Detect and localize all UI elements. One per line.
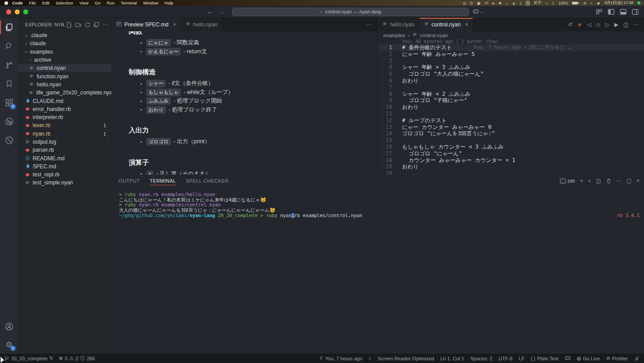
code-line-7[interactable]: 7 (378, 84, 644, 91)
code-line-20[interactable]: 20 (378, 170, 644, 175)
tree-item-archive[interactable]: ›archive (18, 56, 111, 64)
breadcrumb[interactable]: examples › control.nyan (378, 31, 644, 39)
spotlight-icon[interactable]: ⌕ (590, 0, 593, 5)
menu-help[interactable]: Help (165, 0, 174, 5)
timeline-history-icon[interactable]: ↺ (568, 21, 572, 28)
new-terminal-icon[interactable]: + (580, 178, 583, 184)
customize-layout-icon[interactable] (596, 9, 602, 15)
copilot-status-item[interactable] (565, 356, 571, 361)
split-terminal-icon[interactable]: ◫ (596, 178, 601, 184)
code-line-14[interactable]: 14ゴロゴロ "にゃーんを3回言うにゃ:" (378, 130, 644, 137)
dot-icon[interactable]: ● (492, 1, 494, 5)
code-line-1[interactable]: 1# 条件分岐のテストYou, 7 hours ago • 試しに作らせた … (378, 44, 644, 51)
tab-control-nyan[interactable]: control.nyan× (419, 18, 473, 31)
breadcrumb-folder[interactable]: examples (383, 33, 405, 38)
user-switch-icon[interactable]: ☻ (597, 1, 601, 5)
claude-icon[interactable]: ✳ (577, 21, 582, 28)
menu-run[interactable]: Run (107, 0, 114, 5)
previous-change-icon[interactable]: ◁ (587, 21, 591, 28)
language-mode-item[interactable]: { } Plain Text (531, 356, 559, 361)
input-source-label[interactable]: 英字 (534, 0, 541, 6)
tree-item-claude-md[interactable]: CLAUDE.md (18, 97, 111, 105)
panel-tab-terminal[interactable]: TERMINAL (150, 175, 176, 187)
code-line-3[interactable]: 3 (378, 58, 644, 64)
tree-item-hello-nyan[interactable]: hello.nyan (18, 81, 111, 89)
activitybar-remote-explorer[interactable] (0, 131, 18, 149)
close-window-button[interactable] (6, 9, 11, 14)
battery-icon[interactable] (572, 2, 579, 4)
menu-code[interactable]: Code (12, 0, 23, 5)
toggle-secondary-sidebar-icon[interactable] (632, 9, 639, 15)
prettier-item[interactable]: ⊘ Prettier (606, 355, 628, 361)
new-file-icon[interactable] (66, 22, 72, 28)
maximize-panel-icon[interactable]: ▢ (627, 178, 631, 184)
tree-item-output-log[interactable]: output.log (18, 138, 111, 146)
encoding-item[interactable]: UTF-8 (499, 356, 513, 361)
wifi-icon[interactable]: ≋ (583, 1, 586, 5)
gutter-diff-icon[interactable]: ◇ (596, 21, 600, 28)
code-line-8[interactable]: 8シャー 年齢 < 2 ふみふみ (378, 91, 644, 98)
code-line-13[interactable]: 13にゃー カウンター みゃーみゃー 0 (378, 124, 644, 131)
activitybar-bookmarks[interactable] (0, 74, 18, 93)
tree-item-readme-md[interactable]: README.md (18, 154, 111, 162)
tree-item-test-simple-nyan[interactable]: test_simple.nyan (18, 179, 111, 187)
git-branch-item[interactable]: 20_20_complete ↻ (4, 355, 54, 361)
terminal-dropdown-icon[interactable]: ∨ (588, 179, 591, 183)
tree-item-life-game-20x20-complete-nyan[interactable]: life_game_20x20_complete.nyan (18, 89, 111, 97)
tree-item-examples[interactable]: ›examples (18, 48, 111, 56)
code-line-18[interactable]: 18 カウンター みゃーみゃー カウンター + 1 (378, 157, 644, 164)
tab-preview-spec-md[interactable]: Preview SPEC.md× (112, 18, 181, 31)
toggle-panel-icon[interactable] (620, 9, 627, 15)
more-actions-icon[interactable]: ⋯ (633, 21, 639, 28)
history-back-icon[interactable]: ← (207, 9, 213, 15)
tree-item-lexer-rb[interactable]: lexer.rb1 (18, 121, 111, 129)
code-editor[interactable]: You, 49 minutes ago | 1 author (You)1# 条… (378, 39, 644, 175)
vpn-icon[interactable]: ▲ (512, 1, 516, 5)
record-icon[interactable]: ◎ (463, 1, 466, 5)
plus-icon[interactable]: ✚ (498, 1, 501, 5)
home-icon[interactable]: ⌂ (506, 1, 508, 5)
tree-item-spec-md[interactable]: SPEC.md (18, 162, 111, 171)
panel-tab-output[interactable]: OUTPUT (119, 175, 140, 187)
menu-window[interactable]: Window (143, 0, 158, 5)
copilot-menu[interactable]: ⌄ (473, 9, 483, 14)
more-actions-icon[interactable]: ⋯ (102, 21, 108, 28)
device-icon[interactable]: ▯ (520, 1, 522, 5)
tab-hello-nyan[interactable]: hello.nyan (181, 18, 223, 31)
tree-item-function-nyan[interactable]: function.nyan (18, 72, 111, 80)
headphones-icon[interactable]: ∩ (545, 1, 548, 5)
tree-item-nyan-rb[interactable]: nyan.rb1 (18, 130, 111, 138)
input-source-icon[interactable]: A (526, 1, 530, 5)
indentation-item[interactable]: Spaces: 2 (470, 356, 492, 361)
close-panel-icon[interactable]: × (636, 178, 640, 184)
yahoo-icon[interactable]: Y! (484, 1, 488, 5)
command-center-search[interactable]: ⌕ control.nyan — nyan-lang (232, 8, 469, 16)
code-line-17[interactable]: 17 ゴロゴロ "にゃーん" (378, 150, 644, 157)
history-forward-icon[interactable]: → (219, 9, 225, 15)
tree-item--claude[interactable]: ›.claude (18, 31, 111, 39)
menu-file[interactable]: File (29, 0, 36, 5)
terminal-instance[interactable]: >_ zsh (560, 178, 575, 184)
tree-item-control-nyan[interactable]: control.nyan (18, 64, 111, 72)
go-live-item[interactable]: ◍ Go Live (577, 355, 600, 361)
shield-icon[interactable]: ▣ (477, 1, 480, 5)
menu-clock[interactable]: 8月1日(金) 17:48 (605, 0, 633, 6)
tree-item-interpreter-rb[interactable]: interpreter.rb (18, 113, 111, 121)
cursor-position-item[interactable]: Ln 1, Col 1 (441, 356, 464, 361)
next-change-icon[interactable]: ▷ (605, 21, 609, 28)
menu-terminal[interactable]: Terminal (121, 0, 137, 5)
kill-terminal-icon[interactable] (606, 178, 611, 184)
app-d-icon[interactable]: D (470, 1, 473, 5)
split-editor-icon[interactable]: ◫ (623, 21, 628, 28)
code-line-10[interactable]: 10おわり (378, 104, 644, 111)
accounts-menu[interactable] (0, 317, 18, 336)
menu-go[interactable]: Go (95, 0, 101, 5)
apple-menu-icon[interactable] (4, 1, 8, 5)
code-line-2[interactable]: 2にゃー 年齢 みゃーみゃー 5 (378, 51, 644, 58)
code-line-4[interactable]: 4シャー 年齢 > 3 ふみふみ (378, 64, 644, 71)
close-tab-icon[interactable]: × (173, 21, 176, 28)
breadcrumb-file[interactable]: control.nyan (420, 33, 448, 38)
bluetooth-icon[interactable]: ᛒ (552, 1, 555, 5)
code-line-19[interactable]: 19おわり (378, 163, 644, 170)
menu-selection[interactable]: Selection (55, 0, 73, 5)
